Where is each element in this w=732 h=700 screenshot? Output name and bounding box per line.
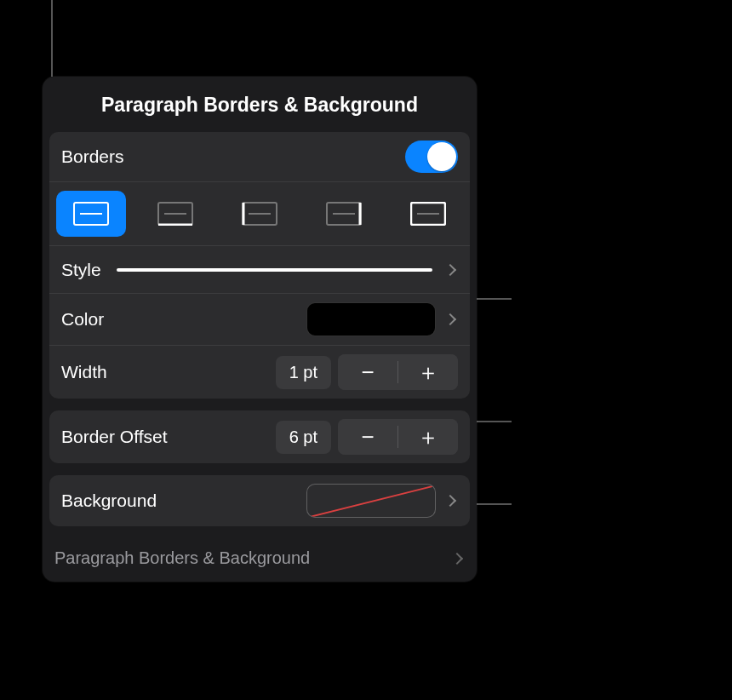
width-stepper: − ＋ [338,354,458,390]
border-right-icon [326,202,362,226]
border-bottom-icon [157,202,193,226]
offset-stepper: − ＋ [338,419,458,455]
border-position-bottom[interactable] [140,191,210,237]
callout-line-top [51,0,53,77]
nav-label: Paragraph Borders & Background [54,548,310,568]
width-value: 1 pt [276,356,331,389]
borders-toggle[interactable] [405,141,458,173]
nav-back-row[interactable]: Paragraph Borders & Background [43,538,477,578]
background-swatch-none[interactable] [306,484,436,518]
offset-group: Border Offset 6 pt − ＋ [49,410,470,463]
offset-label: Border Offset [61,427,168,447]
border-position-all[interactable] [56,191,126,237]
border-all-icon [73,202,109,226]
style-preview-line [117,268,432,272]
width-row: Width 1 pt − ＋ [49,346,470,399]
offset-row: Border Offset 6 pt − ＋ [49,410,470,463]
offset-increment-button[interactable]: ＋ [398,419,458,455]
background-group: Background [49,475,470,526]
panel-title: Paragraph Borders & Background [43,77,477,132]
style-label: Style [61,260,101,280]
style-row[interactable]: Style [49,246,470,294]
color-label: Color [61,309,104,330]
offset-value: 6 pt [276,421,331,454]
borders-toggle-row: Borders [49,132,470,182]
border-position-right[interactable] [309,191,379,237]
borders-label: Borders [61,146,124,167]
offset-decrement-button[interactable]: − [338,419,397,455]
width-decrement-button[interactable]: − [338,354,397,390]
borders-group: Borders [49,132,470,399]
chevron-right-icon [444,313,456,325]
background-label: Background [61,491,157,511]
toggle-knob [427,142,456,171]
border-left-icon [242,202,277,226]
color-swatch[interactable] [306,302,436,336]
borders-panel: Paragraph Borders & Background Borders [43,77,477,582]
chevron-right-icon [444,263,456,275]
border-position-outer[interactable] [393,191,463,237]
color-row[interactable]: Color [49,294,470,346]
chevron-right-icon [451,552,463,564]
width-label: Width [61,362,107,382]
background-row[interactable]: Background [49,475,470,526]
border-outer-icon [410,202,446,226]
border-position-left[interactable] [225,191,295,237]
width-increment-button[interactable]: ＋ [398,354,458,390]
border-position-row [49,182,470,246]
chevron-right-icon [444,495,456,507]
